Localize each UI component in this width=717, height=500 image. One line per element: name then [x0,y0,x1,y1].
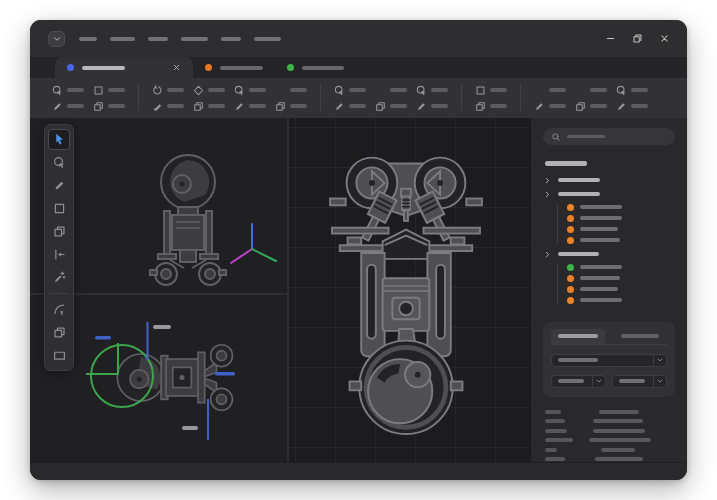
pen-icon [616,101,627,112]
engine-front-view-drawing[interactable] [140,148,236,288]
tree-child-item[interactable] [567,215,675,222]
document-tab-3[interactable] [275,57,356,78]
app-menu-button[interactable] [48,31,65,47]
engine-cross-section-drawing[interactable] [327,144,485,436]
tab-title-placeholder [82,66,125,70]
toolbar-item[interactable] [575,85,607,96]
toolbar-item[interactable] [616,101,648,112]
square-tool-button[interactable] [48,198,70,219]
menu-item-placeholder[interactable] [110,37,135,41]
toolbar-group-4 [475,85,507,112]
document-tab-2[interactable] [193,57,275,78]
toolbar-item[interactable] [375,85,407,96]
tree-item-label-placeholder [580,298,622,302]
copy-icon [193,101,204,112]
toolbar-item[interactable] [193,85,225,96]
select-value-placeholder [558,379,584,383]
tree-child-item[interactable] [567,226,675,233]
item-status-dot [567,297,574,304]
copy-tool-button[interactable] [48,322,70,343]
tree-child-item[interactable] [567,275,675,282]
tab-title-placeholder [220,66,263,70]
toolbar-label-placeholder [167,88,184,92]
property-row [543,419,675,423]
toolbar-item[interactable] [234,101,266,112]
tree-child-item[interactable] [567,264,675,271]
close-button[interactable] [655,30,673,48]
pen-icon [416,101,427,112]
document-tab-1[interactable] [55,57,193,78]
toolbar-label-placeholder [431,88,448,92]
tree-parent-item[interactable] [543,176,675,185]
viewport-main[interactable] [289,118,530,462]
toolbar-divider [138,85,139,111]
toolbar-item[interactable] [575,101,607,112]
toolbar-item[interactable] [52,85,84,96]
tree-child-item[interactable] [567,286,675,293]
property-row [543,429,675,433]
panel-tab-2[interactable] [613,329,667,344]
square-icon [475,85,486,96]
chevron-right-icon [543,176,552,185]
tree-child-item[interactable] [567,297,675,304]
rotate-ccw-icon [152,85,163,96]
tab-close-icon[interactable] [172,63,181,72]
search-icon [551,132,561,142]
toolbar-item[interactable] [616,85,648,96]
toolbar-item[interactable] [193,101,225,112]
dropdown-select[interactable] [551,354,667,367]
tree-child-item[interactable] [567,204,675,211]
toolbar-item[interactable] [334,85,366,96]
menu-item-placeholder[interactable] [181,37,208,41]
tree-section-header [545,161,587,166]
copy-icon [53,326,66,339]
wand-tool-button[interactable] [48,267,70,288]
diamond-icon [193,85,204,96]
lasso-select-icon [416,85,427,96]
rect-tool-button[interactable] [48,345,70,366]
lasso-select-tool-button[interactable] [48,152,70,173]
search-input[interactable] [543,128,675,145]
tree-item-label-placeholder [580,276,620,280]
toolbar-item[interactable] [275,85,307,96]
toolbar-label-placeholder [290,104,307,108]
toolbar-item[interactable] [375,101,407,112]
menu-item-placeholder[interactable] [221,37,241,41]
restore-icon [632,33,643,44]
toolbar-item[interactable] [534,101,566,112]
tree-parent-item[interactable] [543,250,675,259]
toolbar-item[interactable] [334,101,366,112]
toolbar-item[interactable] [93,85,125,96]
toolbar-item-spacer [534,85,545,96]
tree-item-label-placeholder [558,178,600,183]
align-left-tool-button[interactable] [48,244,70,265]
toolbar-item[interactable] [416,85,448,96]
toolbar-item[interactable] [152,101,184,112]
pen-tool-button[interactable] [48,175,70,196]
cursor-arrow-tool-button[interactable] [48,129,70,150]
panel-tab-1[interactable] [551,329,605,344]
toolbar-item[interactable] [234,85,266,96]
tab-title-placeholder [302,66,344,70]
toolbar-item[interactable] [534,85,566,96]
dropdown-select[interactable] [612,375,667,388]
minimize-button[interactable] [601,30,619,48]
toolbar-item[interactable] [475,101,507,112]
toolbar-item[interactable] [93,101,125,112]
property-row [543,410,675,414]
menu-item-placeholder[interactable] [79,37,97,41]
tree-parent-item[interactable] [543,190,675,199]
selection-circle [91,345,153,407]
restore-button[interactable] [628,30,646,48]
copy-tool-button[interactable] [48,221,70,242]
tree-child-item[interactable] [567,237,675,244]
toolbar-item[interactable] [52,101,84,112]
arc-pen-tool-button[interactable] [48,299,70,320]
toolbar-item[interactable] [416,101,448,112]
toolbar-item[interactable] [275,101,307,112]
menu-item-placeholder[interactable] [148,37,168,41]
dropdown-select[interactable] [551,375,606,388]
toolbar-item[interactable] [475,85,507,96]
toolbar-item[interactable] [152,85,184,96]
menu-item-placeholder[interactable] [254,37,281,41]
